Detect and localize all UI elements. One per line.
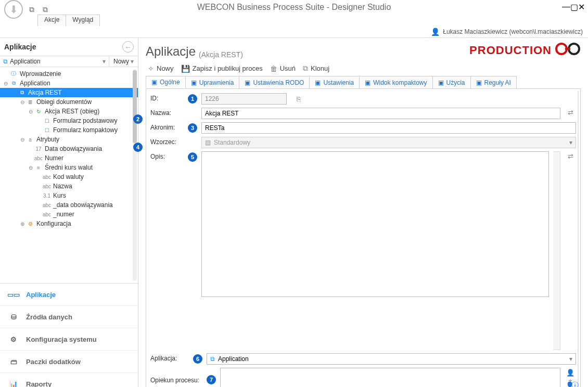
tree-node[interactable]: ⊕⚙Konfiguracja — [0, 219, 138, 228]
akronim-field[interactable] — [201, 122, 576, 134]
tool-icon-1[interactable]: ⧉ — [27, 5, 36, 14]
tab-label: Uprawnienia — [199, 79, 234, 86]
translate-icon[interactable]: ⇄ — [566, 109, 575, 118]
nav-icon: 📊 — [6, 378, 21, 387]
tree-node[interactable]: abc_numer — [0, 210, 138, 219]
tree-node[interactable]: ☐Formularz podstawowy — [0, 116, 138, 125]
nazwa-label: Nazwa: — [150, 108, 184, 117]
tree-node[interactable]: abcKod waluty — [0, 172, 138, 182]
opis-scrollbar[interactable] — [553, 151, 560, 350]
tree-node[interactable]: 17Data obowiązywania — [0, 144, 138, 153]
nav-item[interactable]: 📊Raporty — [0, 373, 138, 387]
clone-icon: ⧉ — [303, 64, 308, 73]
node-icon: abc — [43, 212, 51, 217]
node-label: Data obowiązywania — [45, 145, 102, 152]
clone-button[interactable]: ⧉Klonuj — [303, 64, 329, 73]
delete-button[interactable]: 🗑Usuń — [270, 64, 296, 73]
nazwa-field[interactable] — [201, 108, 560, 119]
node-label: Kod waluty — [53, 173, 84, 180]
aplikacja-select[interactable]: ⧉ Application ▾ — [207, 353, 576, 365]
wzorzec-value: Standardowy — [214, 139, 250, 146]
node-label: Numer — [45, 154, 63, 162]
tree-scrollbar[interactable] — [133, 69, 137, 281]
app-selector-label: Application — [10, 58, 41, 65]
ribbon-tab-akcje[interactable]: Akcje — [37, 15, 66, 26]
app-menu-button[interactable]: ⬇ — [4, 0, 23, 19]
nav-tree[interactable]: ⓘWprowadzenie⊖⧉Application⧉Akcja REST⊖≣O… — [0, 67, 138, 230]
tree-node[interactable]: abcNazwa — [0, 182, 138, 191]
new-button-left[interactable]: Nowy ▾ — [109, 56, 138, 67]
expand-icon[interactable]: ⊖ — [27, 165, 34, 171]
tree-node[interactable]: ⓘWprowadzenie — [0, 69, 138, 79]
tree-node[interactable]: ⊖≡Średni kurs walut — [0, 163, 138, 172]
opiekun-field[interactable] — [220, 368, 560, 387]
node-icon: ☐ — [43, 127, 51, 133]
node-label: _numer — [53, 211, 74, 218]
nav-item[interactable]: ⚙Konfiguracja systemu — [0, 328, 138, 351]
nav-label: Paczki dodatków — [26, 358, 81, 366]
node-label: Konfiguracja — [36, 220, 71, 227]
tool-icon-2[interactable]: ⧉ — [41, 5, 50, 14]
expand-icon[interactable]: ⊖ — [19, 137, 26, 143]
tab[interactable]: ▣Uprawnienia — [185, 76, 240, 88]
tree-node[interactable]: ☐Formularz kompaktowy — [0, 125, 138, 135]
user-add-icon[interactable]: 👤+ — [566, 369, 575, 378]
tree-node[interactable]: ⊖↻Akcja REST (obieg) — [0, 107, 138, 116]
tab[interactable]: ▣Użycia — [432, 76, 471, 88]
tab[interactable]: ▣Ustawienia RODO — [239, 76, 310, 88]
marker-3: 3 — [188, 123, 197, 133]
node-icon: ☐ — [43, 118, 51, 124]
tree-node[interactable]: 3.1Kurs — [0, 191, 138, 200]
application-selector[interactable]: ⧉ Application ▾ — [0, 56, 109, 67]
chevron-down-icon: ▾ — [131, 58, 134, 65]
node-icon: ↻ — [34, 109, 43, 114]
opis-textarea[interactable] — [201, 151, 549, 297]
node-icon: abc — [34, 156, 43, 161]
tab[interactable]: ▣Ustawienia — [309, 76, 360, 88]
translate-icon[interactable]: ⇄ — [566, 152, 575, 162]
id-label: ID: — [150, 93, 184, 102]
maximize-button[interactable]: ▢ — [570, 2, 578, 12]
node-label: Nazwa — [53, 183, 72, 190]
expand-icon[interactable]: ⊖ — [27, 109, 34, 114]
new-button[interactable]: ✧Nowy — [148, 64, 174, 73]
back-button[interactable]: ← — [122, 41, 134, 53]
tab-label: Ustawienia — [323, 79, 354, 86]
nav-icon: 🗃 — [6, 356, 21, 367]
tree-node[interactable]: ⧉Akcja REST — [0, 88, 138, 97]
marker-2: 2 — [133, 114, 143, 124]
tree-node[interactable]: abc_data obowiązywania — [0, 200, 138, 210]
tree-node[interactable]: ⊖⧉Application — [0, 79, 138, 88]
nav-icon: ⛁ — [6, 311, 21, 322]
node-icon: ⧉ — [9, 80, 18, 86]
save-button[interactable]: 💾Zapisz i publikuj proces — [181, 64, 263, 73]
node-label: _data obowiązywania — [53, 201, 113, 209]
info-icon[interactable]: ⓘ — [570, 381, 580, 387]
nav-label: Konfiguracja systemu — [26, 336, 97, 343]
left-panel-title: Aplikacje — [4, 43, 122, 51]
expand-icon[interactable]: ⊕ — [19, 221, 26, 227]
expand-icon[interactable]: ⊖ — [2, 81, 9, 86]
marker-5: 5 — [188, 152, 197, 162]
close-button[interactable]: ✕ — [578, 2, 585, 12]
expand-icon[interactable]: ⊖ — [19, 99, 26, 105]
tree-node[interactable]: abcNumer — [0, 153, 138, 163]
wzorzec-select[interactable]: ▤ Standardowy ▾ — [201, 137, 576, 148]
minimize-button[interactable]: — — [562, 2, 570, 12]
tab[interactable]: ▣Ogólne — [146, 76, 186, 88]
aplikacja-label: Aplikacja: — [150, 353, 189, 362]
id-action-icon[interactable]: ⎘ — [293, 93, 304, 105]
node-icon: ⓘ — [9, 70, 18, 78]
tree-node[interactable]: ⊖aAtrybuty — [0, 135, 138, 144]
node-label: Atrybuty — [36, 136, 59, 143]
nav-icon: ⚙ — [6, 333, 21, 345]
ribbon-tab-wyglad[interactable]: Wygląd — [66, 15, 100, 26]
tab[interactable]: ▣Reguły AI — [470, 76, 517, 88]
nav-item[interactable]: ⛁Źródła danych — [0, 306, 138, 328]
nav-label: Raporty — [26, 380, 52, 388]
nav-item[interactable]: ▭▭Aplikacje — [0, 283, 138, 306]
marker-6: 6 — [193, 354, 202, 364]
tab[interactable]: ▣Widok kompaktowy — [359, 76, 432, 88]
tree-node[interactable]: ⊖≣Obiegi dokumentów — [0, 97, 138, 107]
nav-item[interactable]: 🗃Paczki dodatków — [0, 351, 138, 373]
